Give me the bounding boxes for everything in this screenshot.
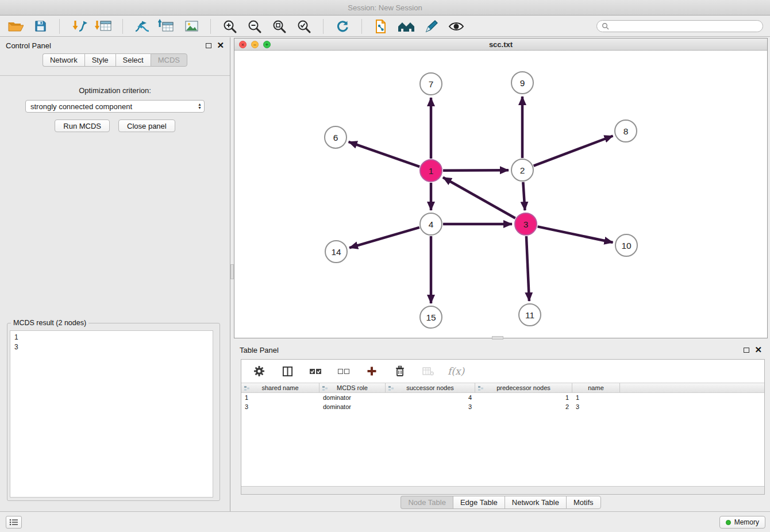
close-panel-icon[interactable]: ✕ — [217, 43, 224, 48]
delete-table-button[interactable] — [419, 363, 437, 380]
zoom-selected-button[interactable] — [295, 18, 313, 35]
add-column-button[interactable] — [363, 363, 380, 380]
cell-name[interactable]: 1 — [572, 393, 620, 402]
tab-style[interactable]: Style — [84, 53, 116, 67]
network-canvas[interactable]: 7968124314101511 — [234, 51, 767, 338]
node-table-content: f(x) shared name MCDS role successor nod… — [241, 359, 765, 495]
cell-mcds-role[interactable]: dominator — [319, 402, 386, 411]
select-all-rows-button[interactable] — [307, 363, 324, 380]
graph-edge-2-3[interactable] — [523, 182, 525, 210]
memory-button[interactable]: Memory — [719, 516, 765, 529]
tab-node-table[interactable]: Node Table — [401, 496, 453, 509]
import-table-button[interactable] — [95, 18, 112, 35]
column-header-successor-nodes[interactable]: successor nodes — [386, 383, 475, 392]
export-image-button[interactable] — [183, 18, 200, 35]
show-all-networks-button[interactable] — [397, 18, 415, 35]
import-network-button[interactable] — [70, 18, 87, 35]
toolbar-separator — [323, 19, 324, 34]
close-panel-button[interactable]: Close panel — [118, 119, 175, 132]
close-window-icon[interactable]: × — [239, 41, 247, 48]
optimization-criterion-select[interactable]: strongly connected component ▲▼ — [25, 100, 205, 113]
zoom-fit-button[interactable] — [271, 18, 288, 35]
tab-select[interactable]: Select — [116, 53, 151, 67]
cell-shared-name[interactable]: 3 — [241, 402, 319, 411]
search-input[interactable] — [613, 22, 758, 31]
open-session-button[interactable] — [7, 18, 24, 35]
graph-edge-1-2[interactable] — [443, 170, 509, 171]
graph-edge-3-11[interactable] — [526, 236, 529, 301]
cell-successor-nodes[interactable]: 4 — [386, 393, 475, 402]
cell-predecessor-nodes[interactable]: 1 — [475, 393, 572, 402]
close-panel-icon[interactable]: ✕ — [754, 347, 762, 353]
toolbar-separator — [122, 19, 123, 34]
show-hide-button[interactable] — [448, 18, 465, 35]
delete-column-button[interactable] — [391, 363, 409, 380]
graph-node-10[interactable]: 10 — [615, 234, 637, 256]
cell-shared-name[interactable]: 1 — [241, 393, 319, 402]
graph-node-6[interactable]: 6 — [325, 126, 346, 148]
column-header-mcds-role[interactable]: MCDS role — [319, 383, 386, 392]
cell-mcds-role[interactable]: dominator — [319, 393, 386, 402]
first-neighbors-icon — [374, 19, 388, 34]
mcds-tab-content: Optimization criterion: strongly connect… — [0, 75, 230, 511]
table-splitter-handle[interactable] — [492, 336, 503, 340]
zoom-fit-icon — [272, 19, 287, 34]
graph-node-7[interactable]: 7 — [420, 73, 442, 95]
svg-text:8: 8 — [623, 126, 629, 136]
graph-node-11[interactable]: 11 — [519, 304, 541, 326]
column-header-shared-name[interactable]: shared name — [241, 383, 319, 392]
tab-network-table[interactable]: Network Table — [505, 496, 566, 509]
refresh-layout-button[interactable] — [334, 18, 351, 35]
first-neighbors-button[interactable] — [372, 18, 390, 35]
column-header-name[interactable]: name — [572, 383, 620, 392]
run-mcds-button[interactable]: Run MCDS — [55, 119, 110, 132]
graph-node-15[interactable]: 15 — [420, 306, 442, 328]
deselect-all-rows-button[interactable] — [335, 363, 352, 380]
graph-node-4[interactable]: 4 — [420, 213, 442, 235]
graph-edge-4-14[interactable] — [349, 228, 419, 248]
apply-style-button[interactable] — [423, 18, 440, 35]
cell-predecessor-nodes[interactable]: 2 — [475, 402, 572, 411]
column-header-predecessor-nodes[interactable]: predecessor nodes — [475, 383, 572, 392]
float-window-icon[interactable] — [206, 43, 211, 48]
export-table-button[interactable] — [158, 18, 175, 35]
graph-edge-1-6[interactable] — [349, 142, 420, 167]
svg-text:3: 3 — [523, 219, 529, 229]
minimize-window-icon[interactable]: − — [251, 41, 259, 48]
tab-network[interactable]: Network — [43, 53, 84, 67]
graph-node-9[interactable]: 9 — [511, 72, 533, 94]
window-title: Session: New Session — [348, 3, 422, 12]
status-bar: Memory — [0, 511, 770, 532]
graph-node-3[interactable]: 3 — [515, 213, 537, 235]
show-columns-button[interactable] — [279, 363, 296, 380]
table-settings-button[interactable] — [251, 363, 268, 380]
graph-node-2[interactable]: 2 — [511, 159, 533, 181]
maximize-window-icon[interactable]: + — [263, 41, 271, 48]
graph-node-8[interactable]: 8 — [615, 120, 637, 142]
control-panel-title: Control Panel — [6, 41, 51, 50]
function-builder-button[interactable]: f(x) — [448, 365, 464, 377]
task-history-button[interactable] — [6, 516, 22, 529]
graph-edge-2-8[interactable] — [534, 136, 613, 165]
float-window-icon[interactable] — [744, 348, 749, 353]
zoom-out-icon — [247, 19, 262, 34]
export-network-icon — [133, 19, 151, 34]
cell-successor-nodes[interactable]: 3 — [386, 402, 475, 411]
tab-edge-table[interactable]: Edge Table — [453, 496, 505, 509]
zoom-out-button[interactable] — [246, 18, 263, 35]
graph-edge-3-1[interactable] — [443, 178, 515, 218]
graph-edge-3-10[interactable] — [538, 226, 613, 242]
tab-motifs[interactable]: Motifs — [566, 496, 601, 509]
gear-icon — [253, 365, 265, 377]
zoom-in-button[interactable] — [221, 18, 238, 35]
horizontal-scrollbar[interactable] — [241, 486, 764, 494]
checked-boxes-icon — [309, 367, 322, 376]
graph-node-1[interactable]: 1 — [420, 160, 442, 182]
mcds-result-textarea[interactable]: 1 3 — [10, 330, 213, 498]
cell-name[interactable]: 3 — [572, 402, 620, 411]
graph-node-14[interactable]: 14 — [325, 241, 347, 263]
panel-splitter-handle[interactable] — [230, 264, 234, 279]
save-session-button[interactable] — [32, 18, 49, 35]
tab-mcds[interactable]: MCDS — [151, 53, 187, 67]
export-network-button[interactable] — [133, 18, 151, 35]
